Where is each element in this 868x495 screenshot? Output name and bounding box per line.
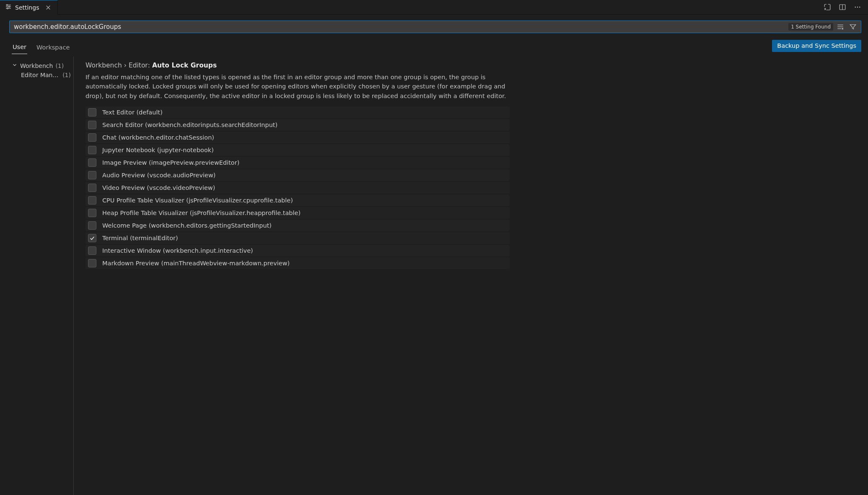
checkbox[interactable] [88,121,96,129]
auto-lock-groups-list: Text Editor (default)Search Editor (work… [86,106,856,270]
checkbox[interactable] [88,246,96,255]
more-actions-icon[interactable] [853,3,862,12]
list-item: Text Editor (default) [86,106,510,118]
checkbox[interactable] [88,234,96,242]
settings-search-input[interactable] [10,21,788,33]
settings-content: Workbench › Editor: Auto Lock Groups If … [74,57,868,495]
list-item: Jupyter Notebook (jupyter-notebook) [86,144,510,156]
checkbox-label: Jupyter Notebook (jupyter-notebook) [102,147,214,153]
checkbox[interactable] [88,133,96,142]
toc-item-workbench[interactable]: Workbench (1) [12,61,73,70]
scope-tab-workspace[interactable]: Workspace [36,44,70,54]
backup-sync-button[interactable]: Backup and Sync Settings [772,40,861,52]
checkbox-label: Terminal (terminalEditor) [102,235,178,241]
settings-toc: Workbench (1) Editor Management (1) [0,57,74,495]
close-icon[interactable] [44,3,52,12]
checkbox[interactable] [88,209,96,217]
setting-name: Auto Lock Groups [152,62,217,69]
checkbox-label: Markdown Preview (mainThreadWebview-mark… [102,260,290,267]
split-editor-icon[interactable] [838,3,847,12]
toc-label: Workbench [20,62,53,69]
toc-count: (1) [55,62,64,69]
setting-title: Workbench › Editor: Auto Lock Groups [86,62,856,69]
toc-label: Editor Management [21,72,60,78]
checkbox-label: Video Preview (vscode.videoPreview) [102,184,215,191]
list-item: Markdown Preview (mainThreadWebview-mark… [86,257,510,269]
list-item: Heap Profile Table Visualizer (jsProfile… [86,207,510,219]
svg-point-11 [857,7,858,8]
checkbox-label: Heap Profile Table Visualizer (jsProfile… [102,210,301,216]
checkbox-label: Audio Preview (vscode.audioPreview) [102,172,216,179]
settings-scope-row: User Workspace Backup and Sync Settings [0,37,868,54]
tab-settings[interactable]: Settings [0,0,58,15]
clear-search-icon[interactable] [836,22,845,31]
checkbox[interactable] [88,146,96,154]
results-count-badge: 1 Setting Found [788,23,833,31]
checkbox[interactable] [88,108,96,117]
svg-point-3 [7,5,8,6]
checkbox[interactable] [88,184,96,192]
toc-item-editor-management[interactable]: Editor Management (1) [12,70,73,80]
checkbox-label: CPU Profile Table Visualizer (jsProfileV… [102,197,293,204]
chevron-down-icon [12,62,18,69]
toc-count: (1) [62,72,71,78]
setting-description: If an editor matching one of the listed … [86,73,509,101]
svg-point-4 [9,6,10,8]
list-item: Chat (workbench.editor.chatSession) [86,132,510,143]
list-item: Video Preview (vscode.videoPreview) [86,182,510,194]
checkbox-label: Welcome Page (workbench.editors.gettingS… [102,222,272,229]
breadcrumb-part: Editor [129,62,148,69]
list-item: Image Preview (imagePreview.previewEdito… [86,157,510,168]
list-item: Search Editor (workbench.editorinputs.se… [86,119,510,131]
svg-point-10 [855,7,856,8]
list-item: Audio Preview (vscode.audioPreview) [86,169,510,181]
settings-tab-icon [5,3,12,11]
svg-point-5 [7,8,8,9]
checkbox-label: Search Editor (workbench.editorinputs.se… [102,122,277,128]
checkbox-label: Image Preview (imagePreview.previewEdito… [102,159,239,166]
list-item: Terminal (terminalEditor) [86,232,510,244]
editor-tab-bar: Settings [0,0,868,15]
list-item: Welcome Page (workbench.editors.gettingS… [86,220,510,231]
filter-icon[interactable] [848,22,858,31]
tab-label: Settings [15,4,39,11]
list-item: Interactive Window (workbench.input.inte… [86,245,510,257]
settings-search: 1 Setting Found [9,21,861,33]
checkbox[interactable] [88,196,96,205]
list-item: CPU Profile Table Visualizer (jsProfileV… [86,194,510,206]
checkbox-label: Chat (workbench.editor.chatSession) [102,134,214,141]
editor-actions [823,3,868,12]
open-settings-json-icon[interactable] [823,3,832,12]
scope-tab-user[interactable]: User [12,44,27,54]
checkbox[interactable] [88,158,96,167]
svg-point-12 [859,7,860,8]
checkbox-label: Text Editor (default) [102,109,163,116]
checkbox[interactable] [88,259,96,267]
checkbox[interactable] [88,221,96,230]
checkbox-label: Interactive Window (workbench.input.inte… [102,247,253,254]
checkbox[interactable] [88,171,96,179]
breadcrumb-part: Workbench [86,62,122,69]
